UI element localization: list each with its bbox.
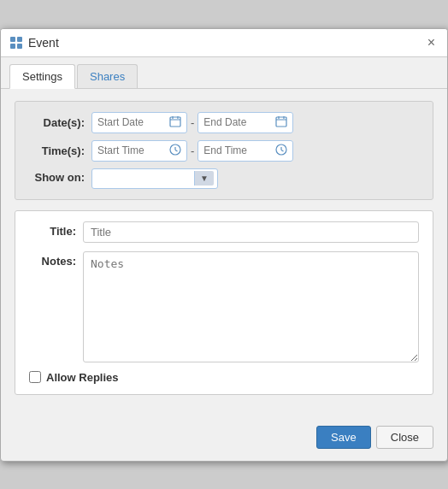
show-on-dropdown-wrapper[interactable]: ▼ <box>91 168 218 189</box>
end-time-clock-icon[interactable] <box>275 144 287 158</box>
show-on-select[interactable] <box>97 171 191 186</box>
save-button[interactable]: Save <box>316 426 371 449</box>
show-on-label: Show on: <box>29 171 85 186</box>
svg-line-17 <box>281 150 284 151</box>
close-button[interactable]: Close <box>376 426 433 449</box>
svg-rect-1 <box>17 37 22 42</box>
show-on-dropdown-button[interactable]: ▼ <box>194 171 214 186</box>
times-label: Time(s): <box>29 144 85 157</box>
start-time-input[interactable] <box>97 144 166 156</box>
start-time-clock-icon[interactable] <box>169 144 181 158</box>
start-time-field[interactable] <box>91 140 187 162</box>
notes-input[interactable] <box>83 251 419 362</box>
start-date-input[interactable] <box>97 116 166 128</box>
end-date-input[interactable] <box>203 116 272 128</box>
dialog-content: Date(s): - <box>1 89 447 417</box>
dialog-icon <box>9 36 23 50</box>
end-date-field[interactable] <box>197 112 293 133</box>
title-bar-left: Event <box>9 36 59 50</box>
tab-settings[interactable]: Settings <box>9 64 75 89</box>
show-on-row: Show on: ▼ <box>29 168 419 189</box>
dates-group: - <box>91 112 293 133</box>
dates-row: Date(s): - <box>29 112 419 133</box>
date-time-section: Date(s): - <box>15 101 433 200</box>
svg-rect-2 <box>10 44 15 49</box>
allow-replies-checkbox[interactable] <box>29 371 41 383</box>
title-notes-section: Title: Notes: Allow Replies <box>15 210 433 395</box>
end-time-field[interactable] <box>197 140 293 162</box>
times-row: Time(s): - <box>29 140 419 162</box>
svg-rect-0 <box>10 37 15 42</box>
title-row: Title: <box>29 221 419 243</box>
dialog-title: Event <box>28 36 59 50</box>
dates-label: Date(s): <box>29 116 85 129</box>
title-label: Title: <box>29 221 76 238</box>
allow-replies-row: Allow Replies <box>29 371 419 384</box>
end-date-calendar-icon[interactable] <box>275 115 287 130</box>
time-separator: - <box>191 144 194 157</box>
title-bar: Event × <box>1 29 447 57</box>
end-time-input[interactable] <box>203 144 272 156</box>
svg-rect-3 <box>17 44 22 49</box>
tabs-container: Settings Shares <box>1 57 447 89</box>
allow-replies-label: Allow Replies <box>46 371 119 384</box>
svg-line-14 <box>175 150 178 151</box>
times-group: - <box>91 140 293 162</box>
svg-rect-4 <box>170 117 180 127</box>
start-date-calendar-icon[interactable] <box>169 115 181 130</box>
event-dialog: Event × Settings Shares Date(s): <box>0 28 448 462</box>
dialog-close-button[interactable]: × <box>424 34 439 51</box>
date-separator: - <box>191 116 194 129</box>
title-input[interactable] <box>83 221 419 243</box>
dialog-footer: Save Close <box>1 417 447 461</box>
svg-rect-8 <box>276 117 286 127</box>
start-date-field[interactable] <box>91 112 187 133</box>
notes-row: Notes: <box>29 251 419 362</box>
notes-label: Notes: <box>29 251 76 268</box>
tab-shares[interactable]: Shares <box>77 64 138 88</box>
